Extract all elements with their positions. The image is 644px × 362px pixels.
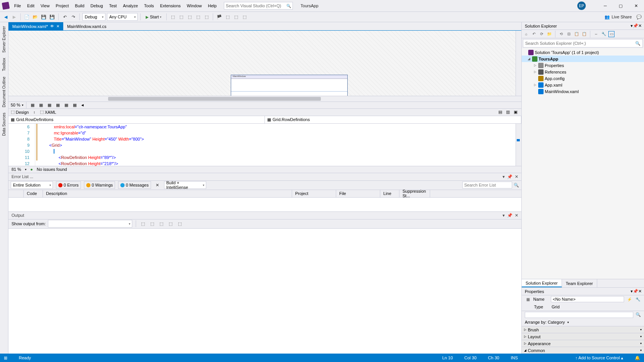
name-input[interactable] bbox=[551, 296, 624, 302]
err-col[interactable]: Suppression St... bbox=[399, 190, 430, 197]
se-back-button[interactable]: ↶ bbox=[531, 31, 537, 37]
undo-button[interactable]: ↶ bbox=[61, 13, 68, 20]
build-filter-combo[interactable]: Build + IntelliSense bbox=[164, 181, 206, 189]
messages-toggle[interactable]: 0 Messages bbox=[118, 181, 151, 189]
dropdown-icon[interactable]: ▾ bbox=[503, 174, 505, 179]
toolbar-btn-8[interactable]: ⬚ bbox=[233, 13, 240, 20]
snap-lines-button[interactable]: ▦ bbox=[54, 102, 61, 108]
effects-button[interactable]: ▦ bbox=[29, 102, 36, 108]
se-btn-7[interactable]: 📋 bbox=[573, 31, 580, 37]
tree-node[interactable]: ▷Properties bbox=[522, 62, 644, 69]
left-tab-server-explorer[interactable]: Server Explorer bbox=[1, 24, 7, 55]
feedback-icon[interactable]: 💬 bbox=[636, 15, 642, 20]
menu-test[interactable]: Test bbox=[107, 2, 120, 10]
pin-icon[interactable]: 📌 bbox=[633, 23, 638, 28]
xaml-designer[interactable]: MainWindow bbox=[8, 31, 521, 96]
design-window[interactable]: MainWindow bbox=[231, 75, 348, 96]
panel-tab[interactable]: Solution Explorer bbox=[522, 279, 562, 287]
toolbar-btn-2[interactable]: ⬚ bbox=[178, 13, 185, 20]
output-text[interactable] bbox=[8, 229, 521, 354]
menu-debug[interactable]: Debug bbox=[88, 2, 105, 10]
close-button[interactable]: ✕ bbox=[629, 2, 642, 10]
props-lightning-icon[interactable]: ⚡ bbox=[626, 296, 632, 302]
project-node[interactable]: ◢ToursApp bbox=[522, 56, 644, 62]
designer-hscroll[interactable] bbox=[8, 96, 521, 102]
props-search-input[interactable] bbox=[525, 312, 633, 318]
menu-analyze[interactable]: Analyze bbox=[120, 2, 141, 10]
properties-header[interactable]: Properties ▾📌✕ bbox=[522, 288, 644, 295]
err-col[interactable]: File bbox=[336, 190, 380, 197]
output-btn-2[interactable]: ⬚ bbox=[149, 220, 156, 227]
tablet-button[interactable]: ▦ bbox=[71, 102, 78, 108]
xaml-tab[interactable]: ⬚XAML bbox=[40, 110, 56, 115]
menu-window[interactable]: Window bbox=[184, 2, 204, 10]
left-tab-document-outline[interactable]: Document Outline bbox=[1, 74, 7, 110]
close-tab-icon[interactable]: ✕ bbox=[56, 24, 59, 28]
snap-button[interactable]: ▦ bbox=[46, 102, 53, 108]
design-tab[interactable]: ⬚Design bbox=[11, 110, 29, 115]
error-search-input[interactable] bbox=[462, 182, 512, 188]
output-source-combo[interactable] bbox=[48, 220, 132, 228]
config-combo[interactable]: Debug bbox=[82, 13, 105, 21]
scope-combo[interactable]: Entire Solution bbox=[11, 181, 53, 189]
open-button[interactable]: 📂 bbox=[32, 13, 39, 20]
toolbar-btn-3[interactable]: ⬚ bbox=[186, 13, 193, 20]
zoom-level[interactable]: 50 % bbox=[11, 103, 20, 107]
zoom-pct[interactable]: 81 % bbox=[12, 167, 21, 172]
output-btn-3[interactable]: ⬚ bbox=[158, 220, 165, 227]
se-btn-9[interactable]: ↔ bbox=[593, 31, 599, 37]
split-h-button[interactable]: ▤ bbox=[497, 109, 504, 116]
designer-vscroll[interactable] bbox=[516, 31, 521, 96]
doc-tab[interactable]: MainWindow.xaml*👁✕ bbox=[8, 22, 63, 30]
user-avatar[interactable]: EP bbox=[577, 2, 586, 10]
menu-build[interactable]: Build bbox=[72, 2, 87, 10]
close-panel-icon[interactable]: ✕ bbox=[515, 174, 518, 179]
live-share-button[interactable]: 👥 Live Share 💬 bbox=[605, 15, 642, 20]
notifications-icon[interactable]: 🔔 bbox=[635, 355, 640, 360]
platform-combo[interactable]: Any CPU bbox=[107, 13, 138, 21]
solution-tree[interactable]: Solution 'ToursApp' (1 of 1 project) ◢To… bbox=[522, 48, 644, 279]
split-v-button[interactable]: ▥ bbox=[504, 109, 511, 116]
code-vscroll[interactable] bbox=[516, 124, 521, 166]
se-collapse-button[interactable]: ⊟ bbox=[566, 31, 572, 37]
menu-help[interactable]: Help bbox=[205, 2, 219, 10]
grid-button[interactable]: ▦ bbox=[38, 102, 44, 108]
close-panel-icon[interactable]: ✕ bbox=[638, 289, 642, 293]
toolbar-btn-7[interactable]: ⬚ bbox=[224, 13, 231, 20]
toolbar-btn-1[interactable]: ⬚ bbox=[169, 13, 176, 20]
output-btn-1[interactable]: ⬚ bbox=[140, 220, 146, 227]
search-icon[interactable]: 🔍 bbox=[514, 183, 519, 188]
toolbar-btn-5[interactable]: ⬚ bbox=[203, 13, 210, 20]
tree-node[interactable]: App.config bbox=[522, 75, 644, 82]
solution-explorer-header[interactable]: Solution Explorer ▾📌✕ bbox=[522, 22, 644, 30]
prop-category[interactable]: ▷Layout▾ bbox=[522, 333, 644, 340]
close-panel-icon[interactable]: ✕ bbox=[638, 23, 642, 28]
se-btn-8[interactable]: 📋 bbox=[581, 31, 587, 37]
menu-file[interactable]: File bbox=[12, 2, 24, 10]
nav-back-button[interactable]: ◀ bbox=[2, 13, 9, 20]
output-btn-5[interactable]: ⬚ bbox=[176, 220, 183, 227]
clear-filter-button[interactable]: ✕ bbox=[154, 182, 161, 188]
new-project-button[interactable]: 📄 bbox=[23, 13, 30, 20]
se-preview-button[interactable]: ▭ bbox=[608, 31, 614, 37]
tree-node[interactable]: MainWindow.xaml bbox=[522, 88, 644, 95]
start-debug-button[interactable]: ▶ Start ▾ bbox=[143, 15, 164, 19]
maximize-button[interactable]: ▢ bbox=[614, 2, 627, 10]
arrange-label[interactable]: Arrange by: Category bbox=[525, 320, 565, 324]
tree-node[interactable]: ▷References bbox=[522, 69, 644, 75]
output-btn-4[interactable]: ⬚ bbox=[167, 220, 174, 227]
errors-toggle[interactable]: 0 Errors bbox=[56, 181, 81, 189]
toolbar-btn-4[interactable]: ⬚ bbox=[195, 13, 202, 20]
breadcrumb-right[interactable]: ▦Grid.RowDefinitions bbox=[265, 116, 521, 123]
toolbar-btn-9[interactable]: ⬚ bbox=[241, 13, 248, 20]
prop-category[interactable]: ◢Common▾ bbox=[522, 347, 644, 354]
left-tab-data-sources[interactable]: Data Sources bbox=[1, 110, 7, 138]
err-col[interactable]: Description bbox=[43, 190, 292, 197]
quick-launch-search[interactable]: Search Visual Studio (Ctrl+Q) 🔍 bbox=[224, 2, 293, 10]
solution-node[interactable]: Solution 'ToursApp' (1 of 1 project) bbox=[522, 49, 644, 56]
prop-category[interactable]: ▷Appearance▾ bbox=[522, 340, 644, 347]
err-col[interactable] bbox=[8, 190, 24, 197]
menu-edit[interactable]: Edit bbox=[25, 2, 37, 10]
panel-tab[interactable]: Team Explorer bbox=[562, 279, 597, 287]
minimize-button[interactable]: ─ bbox=[599, 2, 612, 10]
